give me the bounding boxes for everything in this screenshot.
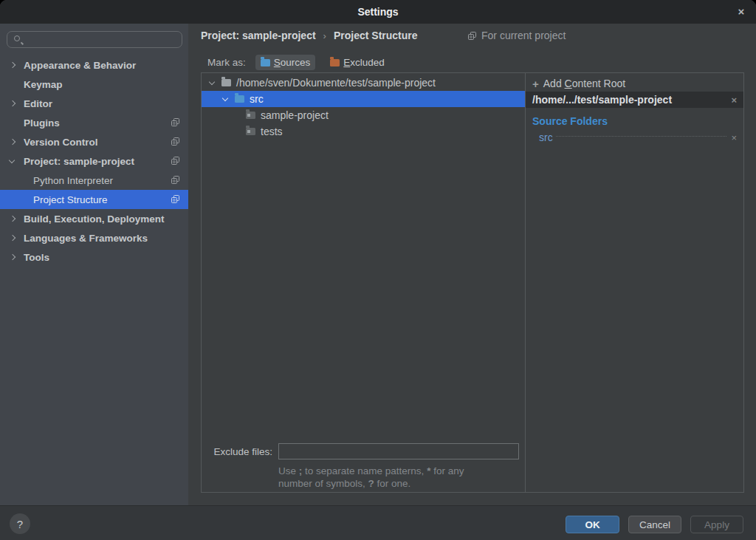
- chevron-right-icon: [10, 235, 16, 241]
- per-project-icon: [171, 117, 180, 127]
- exclude-files-row: Exclude files:: [202, 443, 525, 459]
- per-project-icon: [467, 31, 477, 41]
- per-project-icon: [171, 175, 180, 185]
- add-content-root-button[interactable]: + Add Content Root: [526, 75, 743, 92]
- plus-icon: +: [532, 78, 539, 90]
- remove-content-root-icon[interactable]: ×: [731, 95, 737, 106]
- sidebar-item-keymap[interactable]: Keymap: [0, 75, 188, 94]
- search-icon: [14, 35, 20, 41]
- tree-row-tests[interactable]: tests: [202, 123, 525, 140]
- breadcrumb: Project: sample-project › Project Struct…: [201, 30, 418, 41]
- sidebar-item-python-interpreter[interactable]: Python Interpreter: [0, 171, 188, 190]
- excluded-folder-icon: [330, 59, 340, 66]
- cancel-button[interactable]: Cancel: [628, 516, 681, 533]
- content-root-tree: /home/sven/Dokumente/test/sample-project…: [201, 72, 526, 493]
- sidebar-item-build-execution-deployment[interactable]: Build, Execution, Deployment: [0, 209, 188, 228]
- sidebar-item-languages-frameworks[interactable]: Languages & Frameworks: [0, 228, 188, 247]
- breadcrumb-project[interactable]: Project: sample-project: [201, 30, 316, 41]
- per-project-icon: [171, 137, 180, 146]
- breadcrumb-page: Project Structure: [334, 30, 418, 41]
- help-button[interactable]: ?: [10, 513, 30, 534]
- breadcrumb-separator: ›: [323, 30, 326, 41]
- chevron-right-icon: [10, 216, 16, 222]
- search-input[interactable]: [28, 33, 179, 47]
- sidebar-item-tools[interactable]: Tools: [0, 247, 188, 267]
- dotted-leader: [556, 136, 727, 137]
- source-folders-title: Source Folders: [526, 113, 743, 129]
- folder-icon: [246, 112, 255, 119]
- per-project-icon: [171, 194, 180, 204]
- sidebar-item-project-sample-project[interactable]: Project: sample-project: [0, 151, 188, 171]
- chevron-down-icon[interactable]: [209, 78, 215, 84]
- dialog-footer: ? OK Cancel Apply: [0, 505, 756, 540]
- content-root-path: /home/.../test/sample-project: [532, 94, 672, 106]
- content-root-header[interactable]: /home/.../test/sample-project ×: [526, 92, 743, 108]
- dialog-title: Settings: [357, 6, 398, 18]
- settings-sidebar: Appearance & Behavior Keymap Editor Plug…: [0, 24, 188, 505]
- source-folder-item[interactable]: src ×: [526, 129, 743, 146]
- remove-source-folder-icon[interactable]: ×: [731, 132, 737, 143]
- mark-as-label: Mark as:: [207, 57, 246, 68]
- apply-button: Apply: [690, 516, 743, 533]
- settings-nav: Appearance & Behavior Keymap Editor Plug…: [0, 55, 188, 267]
- tree-row-sample-project[interactable]: sample-project: [202, 107, 525, 123]
- source-folder-icon: [235, 95, 244, 103]
- folder-icon: [246, 128, 255, 135]
- close-icon[interactable]: ×: [735, 5, 748, 18]
- chevron-right-icon: [10, 100, 16, 106]
- exclude-files-hint: Use ; to separate name patterns, * for a…: [278, 465, 464, 490]
- per-project-icon: [171, 156, 180, 165]
- sidebar-item-appearance-behavior[interactable]: Appearance & Behavior: [0, 55, 188, 75]
- settings-dialog: Settings × Appearance & Behavior Keymap …: [0, 0, 756, 540]
- tree-row-content-root[interactable]: /home/sven/Dokumente/test/sample-project: [202, 75, 525, 91]
- title-bar: Settings ×: [0, 0, 756, 24]
- chevron-down-icon[interactable]: [222, 95, 228, 100]
- folder-icon: [221, 79, 231, 86]
- chevron-right-icon: [10, 62, 16, 68]
- mark-sources-button[interactable]: Sources: [255, 55, 316, 70]
- for-current-project-hint: For current project: [467, 30, 566, 41]
- ok-button[interactable]: OK: [566, 516, 619, 533]
- content-roots-panel: + Add Content Root /home/.../test/sample…: [526, 72, 744, 493]
- exclude-files-label: Exclude files:: [202, 446, 272, 457]
- exclude-files-input[interactable]: [278, 443, 519, 459]
- sidebar-item-version-control[interactable]: Version Control: [0, 132, 188, 151]
- sources-folder-icon: [261, 59, 270, 66]
- chevron-right-icon: [10, 139, 16, 145]
- search-box[interactable]: [7, 31, 182, 48]
- chevron-down-icon: [9, 157, 15, 163]
- sidebar-item-plugins[interactable]: Plugins: [0, 113, 188, 132]
- chevron-right-icon: [10, 254, 16, 260]
- mark-as-toolbar: Mark as: Sources Excluded: [207, 55, 390, 70]
- sidebar-item-editor[interactable]: Editor: [0, 94, 188, 113]
- mark-excluded-button[interactable]: Excluded: [325, 55, 390, 70]
- sidebar-item-project-structure[interactable]: Project Structure: [0, 190, 188, 209]
- tree-row-src[interactable]: src: [202, 91, 525, 107]
